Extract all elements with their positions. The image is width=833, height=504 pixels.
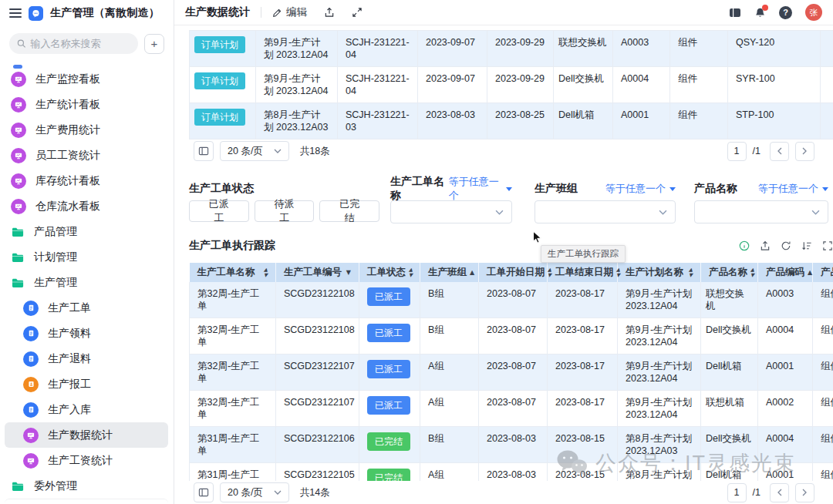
export-button[interactable] [760,240,771,251]
sidebar-item-plan-management[interactable]: 计划管理 [5,244,168,270]
table-row[interactable]: 第32周-生产工单 SCGD23122107 已派工 A组 2023-08-07… [190,391,833,427]
column-header-start-date[interactable]: 工单开始日期▲▼ [479,263,548,282]
table-row[interactable]: 第32周-生产工单 SCGD23122108 已派工 B组 2023-08-07… [190,318,833,354]
prev-page-button[interactable] [770,483,789,502]
sidebar-item-production-cost-stats[interactable]: 生产费用统计 [5,117,168,143]
total-count: 共18条 [300,145,330,158]
sidebar-item-production-material-return[interactable]: 生产退料 [5,346,168,371]
cell-name: 第32周-生产工单 [190,318,276,354]
column-settings-button[interactable] [194,141,214,161]
sidebar-item-employee-salary-stats[interactable]: 员工工资统计 [5,143,168,168]
cell-plan-code: SCJH-231221-04 [338,67,418,103]
filter-group-product-name: 产品名称 等于任意一个 [694,183,828,223]
panel-toggle-button[interactable] [729,7,741,18]
user-avatar[interactable]: 张 [805,4,822,21]
table-row[interactable]: 订单计划 第8月-生产计划 2023.12A03 SCJH-231221-03 … [190,103,833,139]
notifications-button[interactable] [754,7,766,18]
upload-icon [760,240,771,251]
expand-button[interactable] [822,240,833,251]
add-button[interactable]: + [144,34,164,54]
sidebar-item-production-stats-board[interactable]: 生产统计看板 [5,92,168,117]
tooltip: 生产工单执行跟踪 [541,245,626,263]
menu-collapse-icon[interactable] [9,8,22,18]
folder-icon [11,479,25,493]
cell-start-date: 2023-08-03 [418,103,487,139]
cell-product-code: A0004 [758,318,813,354]
status-badge: 已派工 [367,287,410,306]
sort-settings-button[interactable] [801,240,812,251]
sidebar-search[interactable] [9,33,138,54]
current-page[interactable]: 1 [727,142,747,161]
cell-name: 第31周-生产工单 [190,427,276,463]
status-filter-pending[interactable]: 待派工 [255,200,315,222]
cell-team: A组 [420,391,479,427]
page-size-select[interactable]: 20 条/页 [220,141,289,161]
table-row[interactable]: 订单计划 第9月-生产计划 2023.12A04 SCJH-231221-04 … [190,67,833,103]
cell-plan: 第9月-生产计划 2023.12A04 [618,391,701,427]
share-button[interactable] [324,7,335,18]
status-filter-dispatched[interactable]: 已派工 [189,200,249,222]
filter-operator[interactable]: 等于任意一个 [449,175,512,203]
dashboard-icon [23,453,39,469]
product-name-select[interactable] [694,200,828,223]
filter-operator[interactable]: 等于任意一个 [758,182,828,196]
column-header-plan-name[interactable]: 生产计划名称▲▼ [618,263,701,282]
sidebar-item-warehouse-flow-board[interactable]: 仓库流水看板 [5,193,168,219]
fullscreen-button[interactable] [352,7,363,18]
sidebar-item-production-salary-stats[interactable]: 生产工资统计 [5,448,168,473]
column-header-product-name[interactable]: 产品名称▲▼ [701,263,758,282]
current-page[interactable]: 1 [727,483,747,502]
document-icon [23,402,39,418]
filter-operator[interactable]: 等于任意一个 [605,182,676,196]
sidebar-item-production-warehousing[interactable]: 生产入库 [5,397,168,422]
page-size-select[interactable]: 20 条/页 [220,482,289,502]
filter-label: 产品名称 [694,182,737,196]
cell-plan-name: 第9月-生产计划 2023.12A04 [256,31,338,67]
sidebar-item-label: 库存统计看板 [35,174,100,188]
cell-product-code: A0004 [613,67,670,103]
cell-end-date: 2023-08-25 [487,103,554,139]
sort-asc-icon: ▲ [470,269,474,276]
sidebar-item-label: 生产领料 [48,327,91,341]
column-header-end-date[interactable]: 工单结束日期▲▼ [548,263,618,282]
column-header-team[interactable]: 生产班组▲ [420,263,479,282]
sidebar-item-production-material-request[interactable]: 生产领料 [5,321,168,346]
sidebar-item-production-work-report[interactable]: 生产报工 [5,371,168,397]
prev-page-button[interactable] [770,142,789,161]
edit-button[interactable]: 编辑 [272,5,307,19]
cell-team: B组 [420,427,479,463]
sidebar-item-production-management[interactable]: 生产管理 [5,270,168,295]
cell-start-date: 2023-08-07 [479,282,548,318]
sidebar-item-outsourcing-management[interactable]: 委外管理 [5,473,168,499]
sidebar-item-production-work-order[interactable]: 生产工单 [5,295,168,321]
next-page-button[interactable] [795,142,814,161]
next-page-button[interactable] [795,483,814,502]
sidebar-item-admin-console[interactable]: 管理后台 [5,499,168,504]
help-icon[interactable]: ? [779,6,792,19]
sidebar-item-label: 产品管理 [34,225,77,239]
table-row[interactable]: 订单计划 第9月-生产计划 2023.12A04 SCJH-231221-04 … [190,31,833,67]
search-input[interactable] [30,38,130,49]
table-row[interactable]: 第31周-生产工单 SCGD23122106 已完结 B组 2023-08-03… [190,427,833,463]
column-header-work-order-code[interactable]: 生产工单编号▼ [276,263,359,282]
sidebar-item-product-management[interactable]: 产品管理 [5,219,168,244]
caret-down-icon [822,187,828,191]
column-header-work-order-name[interactable]: 生产工单名称▲▼ [190,263,276,282]
team-select[interactable] [535,200,676,223]
table-row[interactable]: 第31周-生产工单 SCGD23122105 已完结 A组 2023-08-03… [190,463,833,482]
column-header-product-type[interactable]: 产品类型 [813,263,833,282]
sidebar-item-production-monitor-board[interactable]: 生产监控看板 [5,66,168,92]
work-order-name-select[interactable] [390,200,512,223]
status-filter-completed[interactable]: 已完结 [319,200,379,222]
cell-plan-code: SCJH-231221-04 [338,31,418,67]
refresh-button[interactable] [781,240,791,251]
column-header-status[interactable]: 工单状态▲▼ [359,263,420,282]
table-row[interactable]: 第32周-生产工单 SCGD23122107 已派工 A组 2023-08-07… [190,354,833,391]
info-button[interactable] [739,240,750,251]
folder-open-icon [11,276,25,290]
sidebar-item-inventory-stats-board[interactable]: 库存统计看板 [5,168,168,193]
table-row[interactable]: 第32周-生产工单 SCGD23122108 已派工 B组 2023-08-07… [190,282,833,318]
column-header-product-code[interactable]: 产品编码▲ [758,263,813,282]
sidebar-item-production-data-stats[interactable]: 生产数据统计 [5,422,168,448]
column-settings-button[interactable] [194,482,214,502]
